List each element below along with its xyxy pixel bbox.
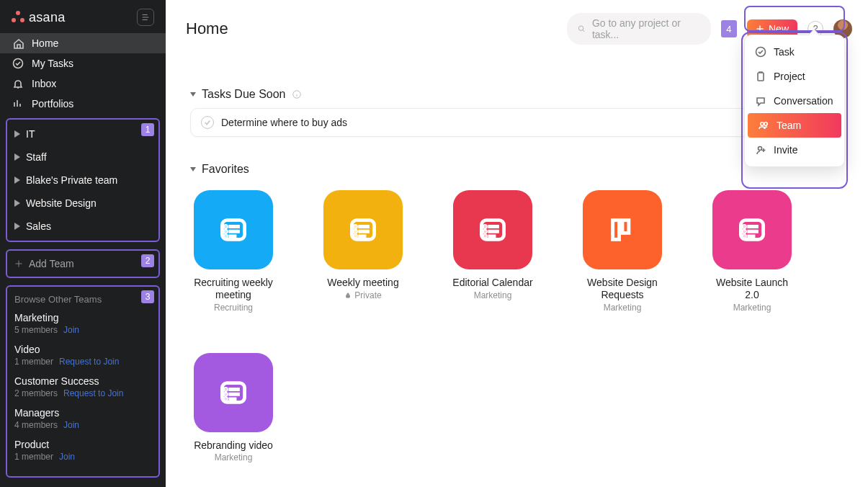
other-team-name[interactable]: Video	[14, 344, 151, 355]
sidebar: asana HomeMy TasksInboxPortfolios 1 ITSt…	[0, 0, 166, 487]
nav-item-inbox[interactable]: Inbox	[0, 73, 166, 94]
project-subtitle: Recruiting	[214, 303, 253, 313]
other-team-name[interactable]: Managers	[14, 407, 151, 419]
team-item[interactable]: IT	[7, 122, 158, 146]
board-icon	[608, 215, 637, 244]
team-item[interactable]: Website Design	[7, 192, 158, 215]
new-menu-item-task[interactable]: Task	[745, 40, 844, 64]
favorite-item[interactable]: Recruiting weekly meeting Recruiting	[190, 190, 277, 313]
main: Home Go to any project or task... 4 New …	[166, 0, 868, 487]
teams-section: 1 ITStaffBlake's Private teamWebsite Des…	[6, 118, 160, 242]
project-name: Editorial Calendar	[452, 277, 532, 289]
favorites-title: Favorites	[202, 163, 249, 176]
favorite-item[interactable]: Website Design Requests Marketing	[579, 190, 666, 313]
add-team-label: Add Team	[29, 258, 74, 269]
other-team-name[interactable]: Customer Success	[14, 375, 151, 387]
project-name: Weekly meeting	[327, 277, 398, 289]
list-icon	[219, 215, 248, 244]
join-link[interactable]: Request to Join	[63, 388, 123, 398]
team-label: Sales	[26, 220, 51, 232]
favorite-item[interactable]: Website Launch 2.0 Marketing	[709, 190, 795, 313]
caret-right-icon	[14, 130, 22, 138]
browse-teams-section: 3 Browse Other Teams Marketing 5 members…	[6, 285, 160, 478]
project-tile	[453, 190, 532, 269]
other-team-item: Product 1 memberJoin	[14, 439, 151, 462]
nav-label: Inbox	[32, 78, 56, 89]
other-team-name[interactable]: Product	[14, 439, 151, 450]
join-link[interactable]: Join	[63, 420, 79, 430]
team-item[interactable]: Staff	[7, 146, 158, 169]
new-button-label: New	[769, 23, 789, 35]
project-name: Website Design Requests	[579, 277, 666, 301]
join-link[interactable]: Join	[59, 452, 75, 462]
nav-item-portfolios[interactable]: Portfolios	[0, 94, 166, 114]
new-menu-item-project[interactable]: Project	[745, 64, 844, 89]
list-icon	[738, 215, 766, 244]
callout-badge-2: 2	[141, 254, 154, 267]
new-menu-label: Project	[774, 71, 805, 82]
logo[interactable]: asana	[12, 10, 66, 25]
list-icon	[478, 215, 507, 244]
complete-checkbox[interactable]	[201, 116, 214, 129]
people-icon	[758, 120, 769, 131]
member-count: 1 member	[14, 357, 53, 367]
member-count: 2 members	[14, 388, 58, 398]
other-team-item: Customer Success 2 membersRequest to Joi…	[14, 375, 151, 398]
team-item[interactable]: Sales	[7, 215, 158, 238]
new-menu-item-invite[interactable]: Invite	[745, 138, 844, 162]
add-team-button[interactable]: 2 Add Team	[6, 249, 160, 278]
tasks-due-title: Tasks Due Soon	[202, 88, 286, 101]
list-icon	[219, 378, 248, 407]
team-label: IT	[26, 128, 35, 140]
plus-icon	[756, 24, 764, 33]
team-label: Blake's Private team	[26, 174, 117, 186]
new-menu-item-conversation[interactable]: Conversation	[745, 89, 844, 113]
other-team-item: Managers 4 membersJoin	[14, 407, 151, 430]
check-circle-icon	[12, 58, 24, 69]
join-link[interactable]: Request to Join	[59, 357, 119, 367]
new-menu-label: Task	[774, 46, 795, 58]
global-search[interactable]: Go to any project or task...	[567, 13, 711, 45]
project-subtitle: Private	[344, 290, 381, 300]
project-tile	[583, 190, 662, 269]
new-menu-item-team[interactable]: Team	[748, 113, 841, 138]
caret-right-icon	[14, 153, 22, 161]
caret-right-icon	[14, 177, 22, 184]
nav-item-home[interactable]: Home	[0, 33, 166, 53]
nav-item-my-tasks[interactable]: My Tasks	[0, 53, 166, 73]
other-team-item: Video 1 memberRequest to Join	[14, 344, 151, 367]
nav-label: My Tasks	[32, 58, 73, 69]
nav-label: Home	[32, 37, 58, 49]
favorite-item[interactable]: Editorial Calendar Marketing	[449, 190, 536, 313]
project-subtitle: Marketing	[474, 290, 512, 300]
member-count: 5 members	[14, 325, 58, 335]
project-subtitle: Marketing	[733, 303, 771, 313]
callout-badge-4: 4	[721, 20, 737, 37]
sidebar-collapse-button[interactable]	[137, 9, 154, 26]
info-icon[interactable]	[292, 89, 302, 99]
invite-icon	[755, 144, 766, 156]
list-icon	[349, 215, 377, 244]
new-menu-label: Invite	[774, 144, 797, 156]
collapse-caret-icon	[190, 167, 196, 171]
collapse-caret-icon	[190, 92, 196, 97]
other-team-name[interactable]: Marketing	[14, 312, 151, 323]
new-menu-label: Conversation	[774, 95, 833, 107]
favorite-item[interactable]: Rebranding video Marketing	[190, 353, 277, 463]
caret-right-icon	[14, 200, 22, 207]
team-item[interactable]: Blake's Private team	[7, 169, 158, 192]
callout-badge-3: 3	[141, 290, 154, 303]
join-link[interactable]: Join	[63, 325, 79, 335]
task-title: Determine where to buy ads	[221, 117, 753, 128]
member-count: 4 members	[14, 420, 58, 430]
project-tile	[712, 190, 792, 269]
nav-label: Portfolios	[32, 98, 73, 110]
callout-badge-1: 1	[141, 123, 154, 136]
page-title: Home	[186, 19, 228, 38]
favorite-item[interactable]: Weekly meeting Private	[320, 190, 406, 313]
team-label: Website Design	[26, 197, 97, 209]
project-tile	[194, 190, 273, 269]
bars-icon	[12, 98, 24, 110]
other-team-item: Marketing 5 membersJoin	[14, 312, 151, 335]
new-menu-label: Team	[777, 120, 801, 131]
